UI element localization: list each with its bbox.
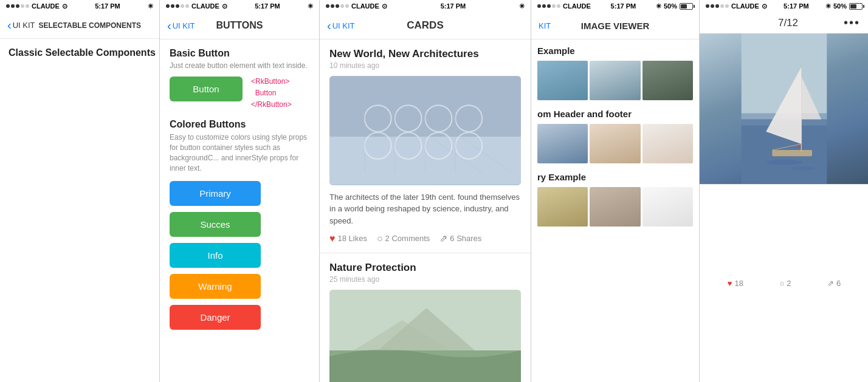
back-icon-2[interactable]: ‹ bbox=[167, 19, 171, 33]
basic-button-section: Basic Button Just create button element … bbox=[170, 48, 309, 111]
card-1-image bbox=[329, 76, 521, 185]
gallery-share-action[interactable]: ⇗ 6 bbox=[827, 279, 841, 288]
status-left-2: CLAUDE ⊙ bbox=[166, 2, 227, 10]
status-left-5: CLAUDE ⊙ bbox=[706, 2, 767, 10]
wifi-icon-2: ⊙ bbox=[222, 2, 227, 10]
btn-success[interactable]: Succes bbox=[170, 212, 261, 237]
comment-icon-gallery: ○ bbox=[779, 279, 784, 288]
likes-count: 18 Likes bbox=[338, 234, 367, 243]
signal-dots-4 bbox=[537, 4, 560, 8]
image-viewer-content: Example om Header and footer ry Example bbox=[531, 39, 699, 382]
comment-action[interactable]: ○ 2 Comments bbox=[377, 233, 430, 244]
time-2: 5:17 PM bbox=[255, 2, 280, 10]
img-grid-1 bbox=[537, 61, 693, 100]
code-line-2: Button bbox=[251, 87, 292, 99]
breadcrumb-3[interactable]: UI KIT bbox=[332, 21, 355, 30]
img-thumb-white[interactable] bbox=[642, 187, 693, 227]
more-dots-button[interactable]: ••• bbox=[844, 16, 860, 30]
like-action[interactable]: ♥ 18 Likes bbox=[329, 233, 367, 244]
breadcrumb-2[interactable]: UI KIT bbox=[173, 21, 195, 30]
signal-dots-1 bbox=[6, 4, 29, 8]
phone-selectable-components: CLAUDE ⊙ 5:17 PM ✳ ‹ UI KIT SELECTABLE C… bbox=[0, 0, 160, 382]
gallery-shares: 6 bbox=[836, 279, 841, 288]
status-right-1: ✳ bbox=[148, 2, 153, 10]
phone-gallery: CLAUDE ⊙ 5:17 PM ✳ 50% 7/12 ••• bbox=[700, 0, 868, 382]
signal-dot bbox=[331, 4, 334, 8]
status-right-2: ✳ bbox=[308, 2, 313, 10]
signal-dot bbox=[725, 4, 729, 8]
btn-danger[interactable]: Danger bbox=[170, 305, 261, 330]
status-bar-4: CLAUDE 5:17 PM ✳ 50% bbox=[531, 0, 699, 13]
btn-primary[interactable]: Primary bbox=[170, 181, 261, 206]
img-grid-2 bbox=[537, 124, 693, 163]
code-line-3: </RkButton> bbox=[251, 99, 292, 111]
share-icon: ⇗ bbox=[439, 233, 447, 244]
carrier-4: CLAUDE bbox=[563, 2, 591, 10]
img-thumb-vase[interactable] bbox=[642, 124, 693, 163]
gallery-like-action[interactable]: ♥ 18 bbox=[728, 279, 743, 288]
back-icon-1[interactable]: ‹ bbox=[7, 18, 12, 32]
img-thumb-beach[interactable] bbox=[537, 187, 588, 227]
heart-icon-gallery: ♥ bbox=[728, 279, 732, 288]
btn-warning[interactable]: Warning bbox=[170, 274, 261, 299]
back-icon-3[interactable]: ‹ bbox=[327, 19, 331, 33]
img-thumb-rocks[interactable] bbox=[642, 61, 693, 100]
card-1-time: 10 minutes ago bbox=[329, 61, 521, 70]
card-2-title: Nature Protection bbox=[329, 262, 521, 274]
signal-dots-2 bbox=[166, 4, 189, 8]
signal-dot bbox=[557, 4, 560, 8]
main-gallery-image[interactable] bbox=[700, 33, 868, 184]
img-thumb-wave[interactable] bbox=[590, 61, 640, 100]
btn-info[interactable]: Info bbox=[170, 243, 261, 268]
phone-buttons: CLAUDE ⊙ 5:17 PM ✳ ‹ UI KIT BUTTONS Basi… bbox=[160, 0, 320, 382]
carrier-2: CLAUDE bbox=[191, 2, 219, 10]
status-bar-2: CLAUDE ⊙ 5:17 PM ✳ bbox=[160, 0, 319, 13]
signal-dot bbox=[176, 4, 179, 8]
wifi-icon-3: ⊙ bbox=[382, 2, 387, 10]
signal-dot bbox=[345, 4, 349, 8]
share-action[interactable]: ⇗ 6 Shares bbox=[439, 233, 481, 244]
carrier-5: CLAUDE bbox=[731, 2, 759, 10]
card-2-time: 25 minutes ago bbox=[329, 275, 521, 284]
signal-dot bbox=[185, 4, 189, 8]
img-grid-3 bbox=[537, 187, 693, 227]
img-section-1: Example bbox=[537, 46, 693, 100]
breadcrumb-4[interactable]: KIT bbox=[539, 21, 551, 30]
signal-dot bbox=[552, 4, 556, 8]
card-1-desc: The architects of the later 19th cent. f… bbox=[329, 191, 521, 227]
gallery-comment-action[interactable]: ○ 2 bbox=[779, 279, 791, 288]
battery-fill-5 bbox=[850, 4, 856, 9]
card-1[interactable]: New World, New Architectures 10 minutes … bbox=[320, 39, 531, 254]
card-2[interactable]: Nature Protection 25 minutes ago bbox=[320, 253, 531, 382]
comments-count: 2 Comments bbox=[385, 234, 430, 243]
img-thumb-woman[interactable] bbox=[590, 124, 640, 163]
svg-point-25 bbox=[766, 160, 803, 165]
basic-button[interactable]: Button bbox=[170, 77, 243, 101]
img-thumb-man[interactable] bbox=[590, 187, 640, 227]
breadcrumb-1[interactable]: UI KIT bbox=[13, 21, 35, 30]
signal-dot bbox=[336, 4, 339, 8]
status-left-3: CLAUDE ⊙ bbox=[326, 2, 387, 10]
nav-bar-4: KIT IMAGE VIEWER bbox=[531, 13, 699, 39]
img-thumb-ocean[interactable] bbox=[537, 61, 588, 100]
nav-title-2: BUTTONS bbox=[216, 20, 263, 31]
bluetooth-icon-4: ✳ bbox=[656, 2, 661, 10]
signal-dot bbox=[547, 4, 551, 8]
nav-title-1: SELECTABLE COMPONENTS bbox=[39, 21, 141, 30]
cards-content: New World, New Architectures 10 minutes … bbox=[320, 39, 531, 382]
signal-dot bbox=[542, 4, 546, 8]
section-title-classic: Classic Selectable Components bbox=[9, 47, 160, 382]
share-icon-gallery: ⇗ bbox=[827, 279, 834, 288]
heart-icon: ♥ bbox=[329, 233, 336, 244]
gallery-nav: 7/12 ••• bbox=[700, 12, 868, 33]
signal-dot bbox=[711, 4, 714, 8]
carrier-label-1: CLAUDE bbox=[32, 2, 60, 10]
bluetooth-icon-3: ✳ bbox=[519, 2, 525, 10]
img-section-3: ry Example bbox=[537, 172, 693, 227]
code-line-1: <RkButton> bbox=[251, 76, 292, 87]
nav-title-3: CARDS bbox=[407, 19, 443, 32]
gallery-bottom-bar: ♥ 18 ○ 2 ⇗ 6 bbox=[700, 184, 868, 382]
img-section-title-3: ry Example bbox=[537, 172, 693, 182]
status-left-1: CLAUDE ⊙ bbox=[6, 2, 67, 10]
img-thumb-boat[interactable] bbox=[537, 124, 588, 163]
